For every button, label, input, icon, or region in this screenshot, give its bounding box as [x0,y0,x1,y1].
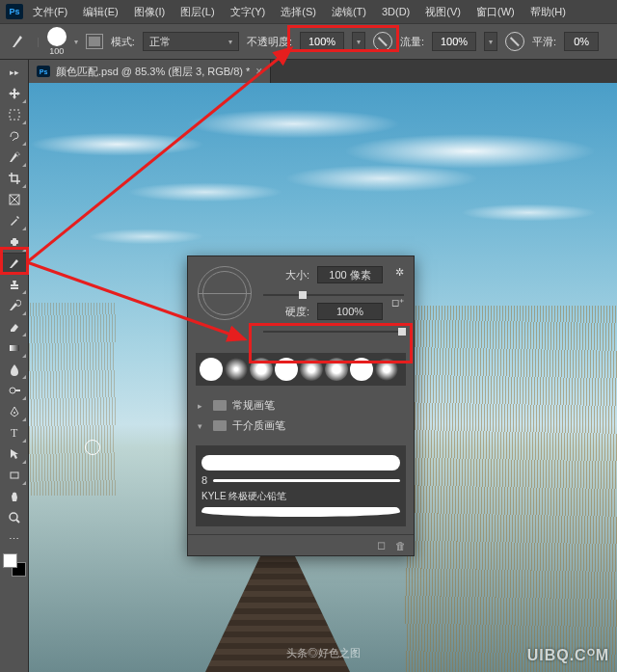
quick-select-tool[interactable] [2,147,27,168]
gear-icon[interactable]: ✲ [395,266,404,279]
flow-dropdown[interactable]: ▾ [484,32,497,51]
marquee-tool[interactable] [2,104,27,125]
crop-tool[interactable] [2,168,27,189]
size-label: 大小: [263,268,309,282]
brush-folder[interactable]: ▸ 常规画笔 [198,395,404,416]
menu-file[interactable]: 文件(F) [27,5,73,19]
move-tool[interactable] [2,83,27,104]
brush-tip[interactable] [200,358,223,381]
dodge-tool[interactable] [2,380,27,401]
color-swatches[interactable] [3,553,26,577]
smooth-input[interactable]: 0% [564,32,599,51]
menu-select[interactable]: 选择(S) [275,5,322,19]
folder-icon [213,400,227,411]
zoom-tool[interactable] [2,507,27,528]
menu-edit[interactable]: 编辑(E) [77,5,124,19]
heal-tool[interactable] [2,231,27,253]
size-slider[interactable] [263,289,404,301]
current-tool-icon [8,31,29,52]
brush-preset-picker[interactable]: 100 [47,27,67,56]
edit-toolbar[interactable]: ⋯ [2,528,27,550]
app-logo: Ps [6,4,23,19]
ps-file-icon: Ps [37,66,50,77]
options-bar: | 100 ▾ 模式: 正常▾ 不透明度: 100% ▾ 流量: 100% ▾ … [0,23,617,60]
chevron-right-icon: ▸ [198,401,207,411]
chevron-down-icon: ▾ [198,421,207,431]
menu-bar: Ps 文件(F) 编辑(E) 图像(I) 图层(L) 文字(Y) 选择(S) 滤… [0,0,617,23]
brush-tip[interactable] [325,358,348,381]
size-input[interactable]: 100 像素 [317,266,383,283]
document-tabs: Ps 颜色匹配.psd @ 85.3% (图层 3, RGB/8) * × [29,60,617,83]
brush-tip[interactable] [250,358,273,381]
path-select-tool[interactable] [2,444,27,465]
frame-tool[interactable] [2,189,27,210]
stamp-tool[interactable] [2,274,27,295]
brush-number: 8 [201,474,207,486]
menu-type[interactable]: 文字(Y) [225,5,272,19]
lasso-tool[interactable] [2,125,27,147]
close-icon[interactable]: × [255,65,262,78]
opacity-label: 不透明度: [247,35,292,49]
new-preset-icon[interactable]: ◻⁺ [391,297,404,308]
flow-input[interactable]: 100% [432,32,476,51]
svg-point-8 [10,388,15,393]
brush-panel-toggle-icon[interactable] [86,34,103,49]
tool-bar: ▸▸ T ⋯ [0,60,29,672]
opacity-dropdown[interactable]: ▾ [352,32,365,51]
svg-rect-0 [10,110,19,120]
flow-label: 流量: [400,35,424,49]
svg-line-14 [16,520,19,523]
sub-watermark: 头条◎好色之图 [286,646,361,660]
brush-settings-panel: 大小: 100 像素 硬度: 100% ✲ ◻⁺ ▸ 常规画笔 ▾ [187,255,415,556]
svg-rect-6 [13,238,16,246]
mode-label: 模式: [111,35,135,49]
airbrush-icon[interactable] [505,32,524,51]
pressure-opacity-icon[interactable] [373,32,392,51]
svg-text:T: T [11,426,18,440]
tab-title: 颜色匹配.psd @ 85.3% (图层 3, RGB/8) * [56,65,250,79]
brush-tip[interactable] [375,358,398,381]
brush-tip-strip[interactable] [196,353,406,386]
brush-tip[interactable] [275,358,298,381]
opacity-input[interactable]: 100% [300,32,344,51]
hardness-input[interactable]: 100% [317,303,383,320]
trash-icon[interactable]: 🗑 [395,540,406,551]
svg-rect-7 [10,345,19,351]
smooth-label: 平滑: [532,35,556,49]
menu-window[interactable]: 窗口(W) [470,5,521,19]
menu-filter[interactable]: 滤镜(T) [326,5,372,19]
menu-help[interactable]: 帮助(H) [524,5,572,19]
svg-point-13 [10,513,17,521]
eraser-tool[interactable] [2,316,27,337]
brush-name: KYLE 终极硬心铅笔 [201,490,400,503]
hand-tool[interactable] [2,486,27,507]
brush-cursor [85,440,102,457]
type-tool[interactable]: T [2,422,27,444]
svg-rect-12 [11,472,18,478]
brush-tip[interactable] [350,358,373,381]
blend-mode-select[interactable]: 正常▾ [143,32,239,51]
brush-preview[interactable]: 8 KYLE 终极硬心铅笔 [196,445,406,526]
svg-point-10 [13,412,15,414]
expand-icon[interactable]: ▸▸ [2,62,27,83]
hardness-slider[interactable] [263,326,404,337]
blur-tool[interactable] [2,359,27,380]
brush-angle-widget[interactable] [198,266,252,320]
menu-view[interactable]: 视图(V) [419,5,467,19]
watermark: UIBQ.CᴼM [527,646,609,664]
brush-folder[interactable]: ▾ 干介质画笔 [198,416,404,436]
document-tab[interactable]: Ps 颜色匹配.psd @ 85.3% (图层 3, RGB/8) * × [29,60,271,83]
pen-tool[interactable] [2,401,27,422]
hardness-label: 硬度: [263,305,309,319]
menu-image[interactable]: 图像(I) [128,5,171,19]
folder-icon [213,420,227,431]
brush-tip[interactable] [300,358,323,381]
rectangle-tool[interactable] [2,465,27,486]
eyedropper-tool[interactable] [2,210,27,231]
menu-layer[interactable]: 图层(L) [174,5,220,19]
brush-tip[interactable] [225,358,248,381]
history-brush-tool[interactable] [2,295,27,316]
gradient-tool[interactable] [2,337,27,359]
menu-3d[interactable]: 3D(D) [376,6,416,17]
new-brush-icon[interactable]: ◻ [377,539,386,551]
